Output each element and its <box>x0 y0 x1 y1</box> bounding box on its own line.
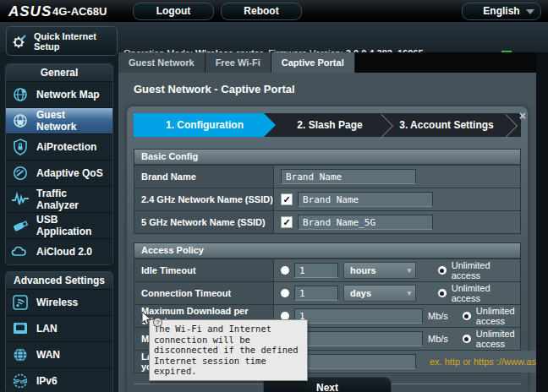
sidebar-section-advanced: Advanced Settings Wireless LAN WAN IPv6 … <box>5 271 113 392</box>
router-model: 4G-AC68U <box>52 5 107 18</box>
tab-free-wifi[interactable]: Free Wi-Fi <box>206 52 271 73</box>
chevron-down-icon <box>526 9 534 14</box>
sidebar-item-adaptive-qos[interactable]: Adaptive QoS <box>6 160 112 186</box>
usb-drive-icon <box>11 216 30 235</box>
sidebar-item-ipv6[interactable]: IPv6 IPv6 <box>6 368 112 392</box>
connection-unlimited-radio[interactable] <box>438 289 447 297</box>
tab-bar: Guest Network Free Wi-Fi Captive Portal <box>118 52 548 73</box>
idle-unit-value: hours <box>344 265 403 275</box>
gear-icon <box>10 32 29 51</box>
shield-icon <box>11 138 30 156</box>
quick-internet-setup-button[interactable]: Quick Internet Setup <box>6 26 118 56</box>
idle-timeout-radio[interactable] <box>281 266 289 275</box>
basic-config-section: Basic Config Brand Name 2.4 GHz Network … <box>134 149 521 234</box>
mouse-cursor <box>141 311 152 326</box>
sidebar-item-guest-network[interactable]: Guest Network <box>6 107 112 133</box>
sidebar-item-label: Network Map <box>36 89 100 101</box>
chevron-down-icon: ▾ <box>403 289 415 297</box>
sidebar-item-label: IPv6 <box>36 375 58 387</box>
max-download-input[interactable] <box>294 308 423 324</box>
ssid-5-input[interactable] <box>298 215 433 230</box>
basic-config-header: Basic Config <box>134 150 520 165</box>
sidebar-item-aiprotection[interactable]: AiProtection <box>6 133 112 160</box>
logout-button[interactable]: Logout <box>133 3 214 20</box>
max-upload-unlimited-label: Unlimited access <box>476 329 520 349</box>
cloud-icon <box>11 242 30 261</box>
scroll-gutter[interactable] <box>536 52 548 392</box>
captive-portal-panel: 1. Configuration 2. Slash Page 3. Accoun… <box>127 106 528 392</box>
ssid-24-input[interactable] <box>298 192 433 207</box>
sidebar-item-network-map[interactable]: Network Map <box>6 81 112 107</box>
sidebar-item-usb-application[interactable]: USB Application <box>6 212 112 238</box>
sidebar-item-wan[interactable]: WAN <box>6 341 112 368</box>
ssid-24-label: 2.4 GHz Network Name (SSID) <box>134 188 274 210</box>
sidebar-item-label: Guest Network <box>36 109 107 133</box>
idle-unlimited-label: Unlimited access <box>452 260 520 280</box>
connection-timeout-radio[interactable] <box>281 289 289 297</box>
max-upload-input[interactable] <box>294 331 423 346</box>
page-title: Guest Network - Captive Portal <box>134 83 295 95</box>
sidebar-item-traffic-analyzer[interactable]: Traffic Analyzer <box>6 186 112 212</box>
traffic-wave-icon <box>11 190 30 209</box>
sidebar-item-label: AiCloud 2.0 <box>36 246 92 258</box>
sidebar-item-lan[interactable]: LAN <box>6 315 112 341</box>
guest-network-icon <box>11 112 30 130</box>
sidebar-item-label: Traffic Analyzer <box>36 188 107 211</box>
quick-internet-setup-label: Quick Internet Setup <box>34 31 113 52</box>
wizard-steps: 1. Configuration 2. Slash Page 3. Accoun… <box>134 113 521 137</box>
sidebar-item-label: AiProtection <box>36 141 96 153</box>
help-cursor-icon: ? <box>153 318 162 327</box>
sidebar-item-label: Adaptive QoS <box>36 167 103 179</box>
landing-page-hint: ex. http or https ://www.asus.com <box>430 357 548 367</box>
brand-name-input[interactable] <box>281 169 416 184</box>
ssid-24-checkbox[interactable]: ✓ <box>281 193 293 205</box>
sidebar-section-title: Advanced Settings <box>6 272 112 289</box>
ethernet-port-icon <box>11 319 30 338</box>
tab-captive-portal[interactable]: Captive Portal <box>271 52 355 73</box>
reboot-button[interactable]: Reboot <box>221 3 302 20</box>
sidebar-section-title: General <box>6 64 112 81</box>
max-download-unit: Mb/s <box>428 311 448 321</box>
brand-name-label: Brand Name <box>134 166 274 188</box>
connection-unit-value: days <box>344 288 403 298</box>
ssid-5-checkbox[interactable]: ✓ <box>281 216 293 228</box>
top-bar: ASUS 4G-AC68U Logout Reboot English <box>0 0 548 23</box>
speedometer-icon <box>11 164 30 182</box>
brand-name-row: Brand Name <box>134 165 520 188</box>
sidebar-item-wireless[interactable]: Wireless <box>6 289 112 315</box>
idle-unlimited-radio[interactable] <box>438 266 447 275</box>
max-upload-unit: Mb/s <box>428 334 448 344</box>
connection-timeout-label: Connection Timeout <box>134 282 274 304</box>
ssid-5-row: 5 GHz Network Name (SSID) ✓ <box>134 210 520 233</box>
wizard-step-slash-page[interactable]: 2. Slash Page <box>276 113 384 137</box>
sidebar-item-aicloud[interactable]: AiCloud 2.0 <box>6 238 112 264</box>
tab-guest-network[interactable]: Guest Network <box>118 52 206 73</box>
max-download-unlimited-label: Unlimited access <box>476 306 520 326</box>
max-download-unlimited-radio[interactable] <box>463 312 471 320</box>
sidebar: General Network Map Guest Network AiProt… <box>0 52 118 392</box>
wifi-icon <box>11 293 30 312</box>
connection-timeout-unit-select[interactable]: days ▾ <box>343 285 416 302</box>
language-label: English <box>483 5 519 17</box>
sidebar-section-general: General Network Map Guest Network AiProt… <box>5 63 113 265</box>
ssid-5-label: 5 GHz Network Name (SSID) <box>134 211 274 233</box>
wizard-step-account-settings[interactable]: 3. Account Settings <box>387 113 506 137</box>
idle-timeout-row: Idle Timeout hours ▾ Unlimited access <box>134 259 520 281</box>
idle-timeout-input[interactable] <box>294 263 338 278</box>
language-select[interactable]: English <box>462 3 541 20</box>
connection-unlimited-label: Unlimited access <box>452 283 520 303</box>
access-policy-header: Access Policy <box>134 243 520 259</box>
sidebar-item-label: Wireless <box>36 297 78 308</box>
idle-timeout-unit-select[interactable]: hours ▾ <box>343 262 416 279</box>
sidebar-item-label: WAN <box>36 349 60 361</box>
tooltip: The Wi-Fi and Internet connection will b… <box>149 319 308 381</box>
max-upload-unlimited-radio[interactable] <box>463 335 471 343</box>
connection-timeout-input[interactable] <box>294 286 338 301</box>
ssid-24-row: 2.4 GHz Network Name (SSID) ✓ <box>134 188 520 210</box>
ipv6-icon: IPv6 <box>11 372 30 390</box>
idle-timeout-label: Idle Timeout <box>134 259 274 281</box>
close-icon[interactable]: × <box>519 110 526 122</box>
main-content: Guest Network - Captive Portal 1. Config… <box>118 73 536 392</box>
sidebar-item-label: USB Application <box>36 214 107 237</box>
wizard-step-configuration[interactable]: 1. Configuration <box>134 113 276 137</box>
